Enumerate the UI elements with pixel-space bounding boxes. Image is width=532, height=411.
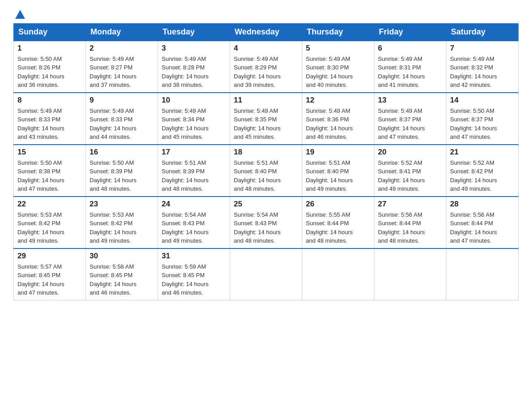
day-number: 29	[17, 252, 82, 261]
day-info: Sunrise: 5:58 AMSunset: 8:45 PMDaylight:…	[90, 262, 154, 297]
day-number: 14	[450, 96, 515, 105]
day-number: 12	[306, 96, 370, 105]
day-number: 15	[17, 148, 82, 157]
day-info: Sunrise: 5:49 AMSunset: 8:34 PMDaylight:…	[162, 107, 226, 141]
calendar-cell: 10Sunrise: 5:49 AMSunset: 8:34 PMDayligh…	[158, 93, 230, 145]
day-info: Sunrise: 5:49 AMSunset: 8:35 PMDaylight:…	[234, 107, 298, 141]
day-number: 28	[450, 200, 515, 209]
day-info: Sunrise: 5:50 AMSunset: 8:39 PMDaylight:…	[90, 158, 154, 193]
calendar-week-row: 8Sunrise: 5:49 AMSunset: 8:33 PMDaylight…	[14, 93, 519, 145]
calendar-cell: 18Sunrise: 5:51 AMSunset: 8:40 PMDayligh…	[230, 145, 302, 197]
calendar-cell	[374, 248, 446, 300]
calendar-cell: 16Sunrise: 5:50 AMSunset: 8:39 PMDayligh…	[86, 145, 158, 197]
day-number: 5	[306, 44, 370, 53]
calendar-cell: 25Sunrise: 5:54 AMSunset: 8:43 PMDayligh…	[230, 197, 302, 248]
day-number: 18	[234, 148, 298, 157]
svg-marker-0	[15, 10, 25, 19]
calendar-cell	[446, 248, 519, 300]
day-number: 2	[90, 44, 154, 53]
calendar-cell: 27Sunrise: 5:56 AMSunset: 8:44 PMDayligh…	[374, 197, 446, 248]
day-info: Sunrise: 5:49 AMSunset: 8:32 PMDaylight:…	[450, 55, 515, 90]
day-info: Sunrise: 5:52 AMSunset: 8:42 PMDaylight:…	[450, 158, 515, 193]
day-number: 11	[234, 96, 298, 105]
calendar-cell: 6Sunrise: 5:49 AMSunset: 8:31 PMDaylight…	[374, 41, 446, 93]
day-info: Sunrise: 5:57 AMSunset: 8:45 PMDaylight:…	[17, 262, 82, 297]
calendar-cell: 31Sunrise: 5:59 AMSunset: 8:45 PMDayligh…	[158, 248, 230, 300]
day-number: 8	[17, 96, 82, 105]
calendar-cell: 4Sunrise: 5:49 AMSunset: 8:29 PMDaylight…	[230, 41, 302, 93]
day-number: 10	[162, 96, 226, 105]
calendar-cell: 20Sunrise: 5:52 AMSunset: 8:41 PMDayligh…	[374, 145, 446, 197]
calendar-cell: 21Sunrise: 5:52 AMSunset: 8:42 PMDayligh…	[446, 145, 519, 197]
calendar-header-monday: Monday	[86, 23, 158, 41]
calendar-cell: 29Sunrise: 5:57 AMSunset: 8:45 PMDayligh…	[14, 248, 86, 300]
calendar-cell: 23Sunrise: 5:53 AMSunset: 8:42 PMDayligh…	[86, 197, 158, 248]
calendar-cell: 11Sunrise: 5:49 AMSunset: 8:35 PMDayligh…	[230, 93, 302, 145]
day-number: 30	[90, 252, 154, 261]
calendar-cell: 7Sunrise: 5:49 AMSunset: 8:32 PMDaylight…	[446, 41, 519, 93]
calendar-table: SundayMondayTuesdayWednesdayThursdayFrid…	[13, 23, 519, 300]
day-number: 23	[90, 200, 154, 209]
day-number: 9	[90, 96, 154, 105]
day-number: 17	[162, 148, 226, 157]
logo-triangle-icon	[15, 10, 25, 19]
calendar-cell: 8Sunrise: 5:49 AMSunset: 8:33 PMDaylight…	[14, 93, 86, 145]
calendar-week-row: 1Sunrise: 5:50 AMSunset: 8:26 PMDaylight…	[14, 41, 519, 93]
calendar-cell: 9Sunrise: 5:49 AMSunset: 8:33 PMDaylight…	[86, 93, 158, 145]
day-info: Sunrise: 5:56 AMSunset: 8:44 PMDaylight:…	[450, 210, 515, 245]
day-info: Sunrise: 5:49 AMSunset: 8:33 PMDaylight:…	[90, 107, 154, 141]
calendar-cell: 5Sunrise: 5:49 AMSunset: 8:30 PMDaylight…	[302, 41, 374, 93]
day-info: Sunrise: 5:49 AMSunset: 8:29 PMDaylight:…	[234, 55, 298, 90]
day-number: 26	[306, 200, 370, 209]
calendar-cell: 13Sunrise: 5:49 AMSunset: 8:37 PMDayligh…	[374, 93, 446, 145]
day-info: Sunrise: 5:49 AMSunset: 8:27 PMDaylight:…	[90, 55, 154, 90]
day-info: Sunrise: 5:50 AMSunset: 8:37 PMDaylight:…	[450, 107, 515, 141]
day-info: Sunrise: 5:49 AMSunset: 8:30 PMDaylight:…	[306, 55, 370, 90]
day-info: Sunrise: 5:51 AMSunset: 8:40 PMDaylight:…	[306, 158, 370, 193]
calendar-cell: 17Sunrise: 5:51 AMSunset: 8:39 PMDayligh…	[158, 145, 230, 197]
calendar-header-sunday: Sunday	[14, 23, 86, 41]
day-info: Sunrise: 5:50 AMSunset: 8:38 PMDaylight:…	[17, 158, 82, 193]
day-info: Sunrise: 5:49 AMSunset: 8:28 PMDaylight:…	[162, 55, 226, 90]
day-info: Sunrise: 5:50 AMSunset: 8:26 PMDaylight:…	[17, 55, 82, 90]
calendar-cell: 24Sunrise: 5:54 AMSunset: 8:43 PMDayligh…	[158, 197, 230, 248]
calendar-cell: 19Sunrise: 5:51 AMSunset: 8:40 PMDayligh…	[302, 145, 374, 197]
day-info: Sunrise: 5:59 AMSunset: 8:45 PMDaylight:…	[162, 262, 226, 297]
calendar-cell: 22Sunrise: 5:53 AMSunset: 8:42 PMDayligh…	[14, 197, 86, 248]
calendar-cell: 15Sunrise: 5:50 AMSunset: 8:38 PMDayligh…	[14, 145, 86, 197]
calendar-header-thursday: Thursday	[302, 23, 374, 41]
day-info: Sunrise: 5:49 AMSunset: 8:36 PMDaylight:…	[306, 107, 370, 141]
day-info: Sunrise: 5:54 AMSunset: 8:43 PMDaylight:…	[162, 210, 226, 245]
calendar-cell	[230, 248, 302, 300]
calendar-cell: 3Sunrise: 5:49 AMSunset: 8:28 PMDaylight…	[158, 41, 230, 93]
calendar-cell: 2Sunrise: 5:49 AMSunset: 8:27 PMDaylight…	[86, 41, 158, 93]
day-info: Sunrise: 5:53 AMSunset: 8:42 PMDaylight:…	[90, 210, 154, 245]
day-info: Sunrise: 5:56 AMSunset: 8:44 PMDaylight:…	[378, 210, 442, 245]
calendar-cell: 12Sunrise: 5:49 AMSunset: 8:36 PMDayligh…	[302, 93, 374, 145]
day-info: Sunrise: 5:49 AMSunset: 8:31 PMDaylight:…	[378, 55, 442, 90]
day-info: Sunrise: 5:49 AMSunset: 8:37 PMDaylight:…	[378, 107, 442, 141]
day-number: 27	[378, 200, 442, 209]
day-number: 1	[17, 44, 82, 53]
day-info: Sunrise: 5:51 AMSunset: 8:40 PMDaylight:…	[234, 158, 298, 193]
calendar-week-row: 22Sunrise: 5:53 AMSunset: 8:42 PMDayligh…	[14, 197, 519, 248]
day-number: 21	[450, 148, 515, 157]
calendar-cell: 14Sunrise: 5:50 AMSunset: 8:37 PMDayligh…	[446, 93, 519, 145]
day-info: Sunrise: 5:54 AMSunset: 8:43 PMDaylight:…	[234, 210, 298, 245]
day-number: 7	[450, 44, 515, 53]
day-info: Sunrise: 5:49 AMSunset: 8:33 PMDaylight:…	[17, 107, 82, 141]
day-info: Sunrise: 5:52 AMSunset: 8:41 PMDaylight:…	[378, 158, 442, 193]
day-number: 6	[378, 44, 442, 53]
calendar-header-tuesday: Tuesday	[158, 23, 230, 41]
calendar-header-row: SundayMondayTuesdayWednesdayThursdayFrid…	[14, 23, 519, 41]
calendar-header-wednesday: Wednesday	[230, 23, 302, 41]
day-number: 31	[162, 252, 226, 261]
day-number: 24	[162, 200, 226, 209]
day-info: Sunrise: 5:55 AMSunset: 8:44 PMDaylight:…	[306, 210, 370, 245]
calendar-cell: 30Sunrise: 5:58 AMSunset: 8:45 PMDayligh…	[86, 248, 158, 300]
calendar-cell: 1Sunrise: 5:50 AMSunset: 8:26 PMDaylight…	[14, 41, 86, 93]
day-number: 22	[17, 200, 82, 209]
day-info: Sunrise: 5:53 AMSunset: 8:42 PMDaylight:…	[17, 210, 82, 245]
day-number: 25	[234, 200, 298, 209]
day-number: 3	[162, 44, 226, 53]
